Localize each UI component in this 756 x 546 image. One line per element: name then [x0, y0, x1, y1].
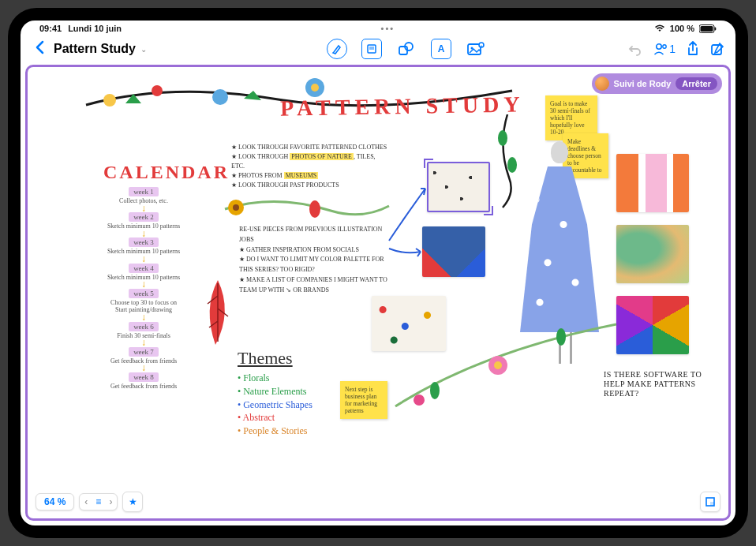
compose-button[interactable]	[710, 42, 724, 56]
favorite-scene-button[interactable]: ★	[122, 492, 143, 512]
dress-illustration[interactable]	[515, 141, 604, 370]
pattern-swatch-rays[interactable]	[616, 296, 689, 354]
arrow-down-icon: ↓	[141, 256, 146, 264]
svg-point-13	[663, 45, 666, 48]
theme-item: • People & Stories	[238, 424, 313, 438]
undo-button[interactable]	[628, 42, 642, 56]
week-label: week 8	[129, 372, 159, 382]
week-label: week 3	[129, 237, 159, 247]
svg-point-12	[657, 44, 661, 49]
arrow-down-icon: ↓	[141, 281, 146, 289]
pattern-swatch-dots[interactable]	[427, 162, 490, 212]
svg-point-23	[233, 204, 239, 211]
note-line: ★ LOOK THROUGH PAST PRODUCTS	[231, 181, 389, 190]
svg-point-17	[212, 89, 228, 105]
collaborators-button[interactable]: 1	[653, 43, 676, 55]
svg-point-15	[103, 94, 116, 107]
svg-rect-2	[715, 27, 717, 30]
note-line: ★ LOOK THROUGH PHOTOS OF NATURE, TILES, …	[231, 152, 389, 171]
pattern-swatch-watercolor[interactable]	[616, 225, 689, 283]
arrow-down-icon: ↓	[141, 230, 146, 238]
svg-rect-1	[701, 26, 713, 32]
notes-top: ★ LOOK THROUGH FAVORITE PATTERNED CLOTHE…	[231, 143, 389, 190]
theme-item: • Nature Elements	[238, 385, 313, 398]
share-button[interactable]	[687, 41, 699, 57]
board-canvas[interactable]: Suivi de Rody Arrêter PATTERN STUDY	[25, 65, 731, 521]
minimap-button[interactable]	[700, 492, 720, 512]
view-controls: 64 % ‹ ≡ › ★	[36, 492, 720, 512]
week-label: week 7	[129, 347, 159, 357]
time-label: 09:41	[39, 24, 62, 33]
note-line: RE-USE PIECES FROM PREVIOUS ILLUSTRATION…	[239, 225, 397, 245]
svg-point-27	[430, 382, 440, 399]
arrow-down-icon: ↓	[141, 365, 146, 372]
week-label: week 5	[129, 289, 159, 298]
vine-decor-mid	[220, 190, 394, 230]
following-banner: Suivi de Rody Arrêter	[592, 73, 722, 94]
battery-icon	[699, 24, 717, 33]
svg-point-22	[228, 200, 244, 215]
notes-mid: RE-USE PIECES FROM PREVIOUS ILLUSTRATION…	[239, 225, 397, 296]
theme-item: • Geometric Shapes	[238, 398, 313, 412]
calendar-list: week 1 Collect photos, etc. ↓ week 2 Ske…	[83, 187, 204, 391]
svg-point-16	[152, 85, 163, 96]
status-bar: 09:41 Lundi 10 juin ••• 100 %	[21, 21, 735, 36]
sticky-tool-button[interactable]	[361, 39, 382, 59]
week-label: week 4	[129, 264, 159, 273]
svg-point-19	[311, 84, 319, 92]
following-label: Suivi de Rody	[614, 79, 672, 88]
wifi-icon	[654, 24, 665, 32]
pattern-swatch-confetti[interactable]	[372, 296, 446, 351]
pattern-swatch-floral[interactable]	[422, 226, 485, 277]
week-label: week 2	[129, 212, 159, 222]
svg-point-29	[414, 395, 425, 406]
collaborator-count: 1	[669, 43, 676, 55]
avatar	[595, 77, 609, 91]
note-line: ★ LOOK THROUGH FAVORITE PATTERNED CLOTHE…	[231, 143, 389, 152]
arrow-down-icon: ↓	[141, 314, 146, 322]
hand-note: IS THERE SOFTWARE TO HELP MAKE PATTERNS …	[604, 370, 706, 398]
svg-rect-31	[710, 502, 714, 506]
pen-tool-button[interactable]	[327, 39, 347, 59]
week-label: week 6	[129, 322, 159, 331]
back-button[interactable]	[32, 40, 47, 58]
text-tool-button[interactable]: A	[431, 39, 451, 59]
stop-following-button[interactable]: Arrêter	[676, 77, 717, 90]
date-label: Lundi 10 juin	[68, 24, 122, 33]
svg-text:+: +	[481, 43, 483, 48]
svg-rect-6	[399, 47, 407, 54]
themes-list: • Florals • Nature Elements • Geometric …	[238, 372, 313, 438]
svg-point-24	[309, 200, 320, 218]
board-title: Pattern Study	[54, 42, 136, 56]
note-line: ★ PHOTOS FROM MUSEUMS	[231, 171, 389, 181]
note-line: ★ DO I WANT TO LIMIT MY COLOR PALETTE FO…	[239, 255, 397, 275]
scenes-list-button[interactable]: ≡	[95, 496, 101, 507]
prev-scene-button[interactable]: ‹	[84, 496, 88, 507]
multitask-dots[interactable]: •••	[381, 24, 395, 33]
shapes-tool-button[interactable]	[396, 39, 417, 59]
theme-item: • Florals	[238, 372, 313, 385]
note-line: ★ GATHER INSPIRATION FROM SOCIALS	[239, 245, 397, 256]
media-tool-button[interactable]: +	[466, 39, 486, 59]
toolbar: Pattern Study ⌄ A +	[21, 36, 735, 65]
svg-point-20	[498, 130, 507, 146]
svg-point-26	[494, 361, 502, 369]
theme-item: • Abstract	[238, 411, 313, 424]
zoom-level-button[interactable]: 64 %	[36, 493, 74, 510]
sticky-note-nextstep[interactable]: Next step is business plan for marketing…	[340, 381, 387, 419]
scene-nav: ‹ ≡ ›	[79, 493, 118, 510]
battery-label: 100 %	[670, 24, 694, 33]
week-desc: Get feedback from friends	[110, 382, 177, 391]
themes-heading: Themes	[238, 348, 293, 368]
pattern-swatch-stripes[interactable]	[616, 154, 689, 212]
week-label: week 1	[129, 187, 159, 196]
note-line: ★ MAKE A LIST OF COMPANIES I MIGHT WANT …	[239, 275, 397, 296]
calendar-heading: CALENDAR	[103, 162, 230, 183]
svg-point-25	[488, 356, 507, 375]
svg-point-18	[305, 78, 324, 97]
board-title-button[interactable]: Pattern Study ⌄	[54, 42, 147, 56]
chevron-down-icon: ⌄	[139, 45, 147, 54]
next-scene-button[interactable]: ›	[109, 496, 112, 507]
board-heading: PATTERN STUDY	[280, 92, 525, 121]
arrow-down-icon: ↓	[141, 339, 146, 347]
